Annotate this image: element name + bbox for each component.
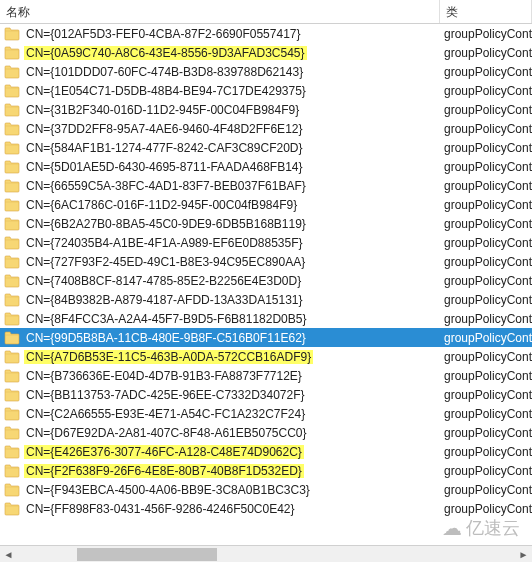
cell-name: CN={31B2F340-016D-11D2-945F-00C04FB984F9… <box>0 103 440 117</box>
list-item[interactable]: CN={584AF1B1-1274-477F-8242-CAF3C89CF20D… <box>0 138 532 157</box>
object-name: CN={727F93F2-45ED-49C1-B8E3-94C95EC890AA… <box>24 255 307 269</box>
cell-type: groupPolicyContaine <box>440 407 532 421</box>
cell-type: groupPolicyContaine <box>440 426 532 440</box>
object-list: CN={012AF5D3-FEF0-4CBA-87F2-6690F0557417… <box>0 24 532 518</box>
list-item[interactable]: CN={8F4FCC3A-A2A4-45F7-B9D5-F6B81182D0B5… <box>0 309 532 328</box>
cell-name: CN={6B2A27B0-8BA5-45C0-9DE9-6DB5B168B119… <box>0 217 440 231</box>
cell-type: groupPolicyContaine <box>440 160 532 174</box>
cell-name: CN={1E054C71-D5DB-48B4-BE94-7C17DE429375… <box>0 84 440 98</box>
object-name: CN={5D01AE5D-6430-4695-8711-FAADA468FB14… <box>24 160 305 174</box>
cell-name: CN={BB113753-7ADC-425E-96EE-C7332D34072F… <box>0 388 440 402</box>
list-item[interactable]: CN={724035B4-A1BE-4F1A-A989-EF6E0D88535F… <box>0 233 532 252</box>
folder-icon <box>4 160 20 174</box>
list-item[interactable]: CN={012AF5D3-FEF0-4CBA-87F2-6690F0557417… <box>0 24 532 43</box>
cell-name: CN={584AF1B1-1274-477F-8242-CAF3C89CF20D… <box>0 141 440 155</box>
object-name: CN={99D5B8BA-11CB-480E-9B8F-C516B0F11E62… <box>24 331 308 345</box>
list-item[interactable]: CN={66559C5A-38FC-4AD1-83F7-BEB037F61BAF… <box>0 176 532 195</box>
folder-icon <box>4 84 20 98</box>
cell-type: groupPolicyContaine <box>440 483 532 497</box>
object-name: CN={0A59C740-A8C6-43E4-8556-9D3AFAD3C545… <box>24 46 307 60</box>
object-name: CN={012AF5D3-FEF0-4CBA-87F2-6690F0557417… <box>24 27 303 41</box>
watermark-text: 亿速云 <box>466 516 520 540</box>
cell-type: groupPolicyContaine <box>440 350 532 364</box>
object-name: CN={101DDD07-60FC-474B-B3D8-839788D62143… <box>24 65 305 79</box>
folder-icon <box>4 369 20 383</box>
folder-icon <box>4 141 20 155</box>
list-item[interactable]: CN={5D01AE5D-6430-4695-8711-FAADA468FB14… <box>0 157 532 176</box>
folder-icon <box>4 502 20 516</box>
column-header-type[interactable]: 类 <box>440 0 532 23</box>
list-item[interactable]: CN={B736636E-E04D-4D7B-91B3-FA8873F7712E… <box>0 366 532 385</box>
scroll-thumb[interactable] <box>77 548 217 561</box>
column-header-name[interactable]: 名称 <box>0 0 440 23</box>
folder-icon <box>4 27 20 41</box>
list-item[interactable]: CN={99D5B8BA-11CB-480E-9B8F-C516B0F11E62… <box>0 328 532 347</box>
list-item[interactable]: CN={37DD2FF8-95A7-4AE6-9460-4F48D2FF6E12… <box>0 119 532 138</box>
cell-name: CN={724035B4-A1BE-4F1A-A989-EF6E0D88535F… <box>0 236 440 250</box>
list-item[interactable]: CN={D67E92DA-2A81-407C-8F48-A61EB5075CC0… <box>0 423 532 442</box>
folder-icon <box>4 445 20 459</box>
cell-name: CN={727F93F2-45ED-49C1-B8E3-94C95EC890AA… <box>0 255 440 269</box>
folder-icon <box>4 331 20 345</box>
object-name: CN={6AC1786C-016F-11D2-945F-00C04fB984F9… <box>24 198 299 212</box>
cell-type: groupPolicyContaine <box>440 141 532 155</box>
horizontal-scrollbar[interactable]: ◄ ► <box>0 545 532 562</box>
scroll-left-button[interactable]: ◄ <box>0 546 17 563</box>
cell-name: CN={5D01AE5D-6430-4695-8711-FAADA468FB14… <box>0 160 440 174</box>
cell-type: groupPolicyContaine <box>440 198 532 212</box>
list-item[interactable]: CN={101DDD07-60FC-474B-B3D8-839788D62143… <box>0 62 532 81</box>
cell-name: CN={B736636E-E04D-4D7B-91B3-FA8873F7712E… <box>0 369 440 383</box>
object-name: CN={B736636E-E04D-4D7B-91B3-FA8873F7712E… <box>24 369 304 383</box>
cell-type: groupPolicyContaine <box>440 27 532 41</box>
folder-icon <box>4 236 20 250</box>
cell-name: CN={C2A66555-E93E-4E71-A54C-FC1A232C7F24… <box>0 407 440 421</box>
cell-type: groupPolicyContaine <box>440 255 532 269</box>
list-item[interactable]: CN={7408B8CF-8147-4785-85E2-B2256E4E3D0D… <box>0 271 532 290</box>
cell-name: CN={7408B8CF-8147-4785-85E2-B2256E4E3D0D… <box>0 274 440 288</box>
cell-type: groupPolicyContaine <box>440 179 532 193</box>
list-item[interactable]: CN={6B2A27B0-8BA5-45C0-9DE9-6DB5B168B119… <box>0 214 532 233</box>
folder-icon <box>4 312 20 326</box>
list-item[interactable]: CN={6AC1786C-016F-11D2-945F-00C04fB984F9… <box>0 195 532 214</box>
object-name: CN={F943EBCA-4500-4A06-BB9E-3C8A0B1BC3C3… <box>24 483 312 497</box>
list-item[interactable]: CN={BB113753-7ADC-425E-96EE-C7332D34072F… <box>0 385 532 404</box>
folder-icon <box>4 217 20 231</box>
cell-type: groupPolicyContaine <box>440 502 532 516</box>
column-header-row: 名称 类 <box>0 0 532 24</box>
object-name: CN={6B2A27B0-8BA5-45C0-9DE9-6DB5B168B119… <box>24 217 308 231</box>
cell-type: groupPolicyContaine <box>440 464 532 478</box>
cell-name: CN={E426E376-3077-46FC-A128-C48E74D9062C… <box>0 445 440 459</box>
cell-name: CN={0A59C740-A8C6-43E4-8556-9D3AFAD3C545… <box>0 46 440 60</box>
list-item[interactable]: CN={F2F638F9-26F6-4E8E-80B7-40B8F1D532ED… <box>0 461 532 480</box>
cell-type: groupPolicyContaine <box>440 46 532 60</box>
object-name: CN={84B9382B-A879-4187-AFDD-13A33DA15131… <box>24 293 305 307</box>
folder-icon <box>4 198 20 212</box>
cell-type: groupPolicyContaine <box>440 84 532 98</box>
scroll-right-button[interactable]: ► <box>515 546 532 563</box>
cell-type: groupPolicyContaine <box>440 274 532 288</box>
list-item[interactable]: CN={C2A66555-E93E-4E71-A54C-FC1A232C7F24… <box>0 404 532 423</box>
folder-icon <box>4 122 20 136</box>
cell-name: CN={101DDD07-60FC-474B-B3D8-839788D62143… <box>0 65 440 79</box>
object-name: CN={37DD2FF8-95A7-4AE6-9460-4F48D2FF6E12… <box>24 122 304 136</box>
folder-icon <box>4 407 20 421</box>
cell-type: groupPolicyContaine <box>440 312 532 326</box>
folder-icon <box>4 350 20 364</box>
list-item[interactable]: CN={A7D6B53E-11C5-463B-A0DA-572CCB16ADF9… <box>0 347 532 366</box>
folder-icon <box>4 103 20 117</box>
folder-icon <box>4 483 20 497</box>
scroll-track[interactable] <box>17 546 515 563</box>
cell-name: CN={8F4FCC3A-A2A4-45F7-B9D5-F6B81182D0B5… <box>0 312 440 326</box>
cell-name: CN={012AF5D3-FEF0-4CBA-87F2-6690F0557417… <box>0 27 440 41</box>
object-name: CN={724035B4-A1BE-4F1A-A989-EF6E0D88535F… <box>24 236 305 250</box>
list-item[interactable]: CN={84B9382B-A879-4187-AFDD-13A33DA15131… <box>0 290 532 309</box>
list-item[interactable]: CN={E426E376-3077-46FC-A128-C48E74D9062C… <box>0 442 532 461</box>
list-item[interactable]: CN={F943EBCA-4500-4A06-BB9E-3C8A0B1BC3C3… <box>0 480 532 499</box>
list-item[interactable]: CN={727F93F2-45ED-49C1-B8E3-94C95EC890AA… <box>0 252 532 271</box>
list-item[interactable]: CN={1E054C71-D5DB-48B4-BE94-7C17DE429375… <box>0 81 532 100</box>
cell-type: groupPolicyContaine <box>440 236 532 250</box>
cell-name: CN={F2F638F9-26F6-4E8E-80B7-40B8F1D532ED… <box>0 464 440 478</box>
cell-type: groupPolicyContaine <box>440 122 532 136</box>
list-item[interactable]: CN={0A59C740-A8C6-43E4-8556-9D3AFAD3C545… <box>0 43 532 62</box>
list-item[interactable]: CN={31B2F340-016D-11D2-945F-00C04FB984F9… <box>0 100 532 119</box>
